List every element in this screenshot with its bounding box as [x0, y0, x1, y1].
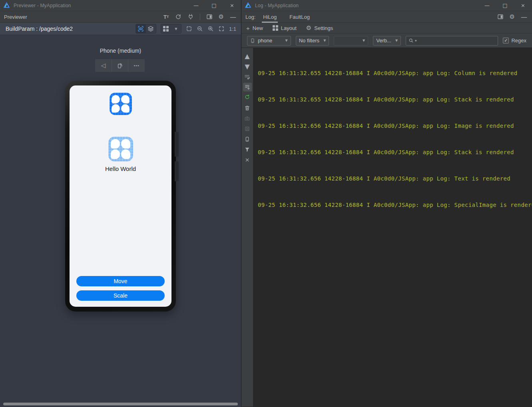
extra-select[interactable]: ▼	[334, 36, 368, 46]
components-dropdown-button[interactable]: ▼	[171, 24, 181, 33]
previewer-label: Previewer	[4, 14, 27, 20]
log-line: 09-25 16:31:32.656 14228-16884 I A0c0d0/…	[258, 201, 532, 209]
log-line: 09-25 16:31:32.655 14228-16884 I A0c0d0/…	[258, 95, 532, 104]
filter-select[interactable]: No filters ▼	[296, 36, 329, 46]
phone-power-button	[175, 161, 179, 181]
search-box[interactable]: ▼	[406, 36, 498, 46]
panel-layout-icon[interactable]	[497, 14, 504, 20]
log-window: Log - MyApplication — □ × Log: HiLog Fau…	[241, 0, 532, 407]
hello-world-text: Hello World	[70, 165, 171, 172]
plugin-icon[interactable]	[187, 14, 194, 20]
log-level-select[interactable]: Verb... ▼	[373, 36, 401, 46]
zoom-ratio-button[interactable]: 1:1	[229, 26, 236, 32]
layout-button[interactable]: Layout	[273, 25, 297, 31]
soft-wrap-button[interactable]	[242, 71, 253, 82]
close-panel-button[interactable]: ×	[242, 155, 253, 165]
screenshot-button[interactable]	[242, 113, 253, 123]
settings-gear-icon: ⚙	[306, 24, 311, 32]
gear-icon[interactable]: ⚙	[510, 13, 515, 20]
log-titlebar: Log - MyApplication — □ ×	[241, 0, 532, 11]
window-title: Log - MyApplication	[255, 3, 299, 8]
layout-grid-icon	[273, 25, 278, 31]
phone-screen: Hello World Move Scale	[70, 85, 171, 307]
components-grid-button[interactable]	[161, 24, 171, 33]
move-button[interactable]: Move	[76, 276, 165, 286]
selection-frame-icon[interactable]	[186, 26, 192, 32]
phone-device-icon	[250, 38, 255, 44]
log-line: 09-25 16:31:32.656 14228-16884 I A0c0d0/…	[258, 121, 532, 130]
scroll-down-button[interactable]: ▼	[242, 61, 253, 71]
gear-icon[interactable]: ⚙	[219, 13, 224, 20]
refresh-icon[interactable]	[175, 14, 181, 20]
close-button[interactable]: ×	[514, 0, 532, 11]
phone-volume-button	[175, 132, 179, 157]
search-input[interactable]	[418, 38, 496, 44]
hide-panel-icon[interactable]: —	[521, 13, 527, 21]
layers-button[interactable]	[146, 24, 156, 33]
maximize-button[interactable]: □	[496, 0, 514, 11]
rotate-device-button[interactable]	[112, 59, 128, 72]
clear-log-button[interactable]	[242, 103, 253, 113]
device-view-button[interactable]	[242, 134, 253, 144]
hide-panel-icon[interactable]: —	[230, 13, 236, 21]
log-output[interactable]: 09-25 16:31:32.655 14228-16884 I A0c0d0/…	[253, 48, 532, 407]
previewer-window: Previewer - MyApplication — □ × Previewe…	[0, 0, 241, 407]
app-icon	[110, 93, 132, 115]
log-line: 09-25 16:31:32.656 14228-16884 I A0c0d0/…	[258, 148, 532, 157]
horizontal-scrollbar[interactable]	[3, 403, 238, 405]
search-options-caret-icon: ▼	[415, 39, 417, 42]
close-button[interactable]: ×	[223, 0, 241, 11]
buildparam-bar: BuildParam : /pages/code2 ▼	[0, 23, 241, 35]
zoom-out-icon[interactable]	[197, 26, 203, 32]
preview-mode-group	[135, 24, 156, 34]
previewer-titlebar: Previewer - MyApplication — □ ×	[0, 0, 241, 11]
preview-nav-bar: ◁ •••	[95, 59, 145, 72]
deveco-logo-icon	[245, 2, 251, 9]
buildparam-text: BuildParam : /pages/code2	[6, 26, 73, 32]
app-icon-light	[108, 137, 133, 161]
scroll-to-end-button[interactable]	[242, 82, 253, 92]
deveco-logo-icon	[3, 2, 10, 9]
plus-icon: +	[246, 25, 250, 32]
toolbar-separator	[200, 14, 200, 20]
panel-layout-icon[interactable]	[206, 14, 213, 20]
log-tab-bar: Log: HiLog FaultLog ⚙ —	[241, 11, 532, 23]
log-prefix-label: Log:	[245, 14, 255, 20]
log-toolbar: + New Layout ⚙ Settings	[241, 23, 532, 34]
log-filter-bar: phone ▼ No filters ▼ ▼ Verb... ▼ ▼ ✓ Reg…	[241, 34, 532, 48]
log-line: 09-25 16:31:32.656 14228-16884 I A0c0d0/…	[258, 174, 532, 183]
scroll-up-button[interactable]: ▲	[242, 51, 253, 61]
log-line: 09-25 16:31:32.655 14228-16884 I A0c0d0/…	[258, 69, 532, 77]
maximize-button[interactable]: □	[205, 0, 223, 11]
previewer-toolbar: Previewer TT ⚙ —	[0, 11, 241, 23]
new-button[interactable]: + New	[246, 25, 263, 32]
scale-button[interactable]: Scale	[76, 290, 165, 301]
restart-button[interactable]	[242, 92, 253, 103]
grid-icon	[163, 26, 169, 32]
back-button[interactable]: ◁	[95, 59, 112, 72]
component-grid-group: ▼	[161, 24, 181, 34]
tab-faultlog[interactable]: FaultLog	[288, 11, 311, 23]
tab-hilog[interactable]: HiLog	[262, 11, 278, 23]
window-title: Previewer - MyApplication	[14, 3, 71, 8]
log-content: ▲ ▼	[241, 48, 532, 407]
minimize-button[interactable]: —	[187, 0, 205, 11]
filter-button[interactable]	[242, 144, 253, 155]
inspect-mode-button[interactable]	[136, 24, 146, 33]
regex-checkbox[interactable]: ✓	[503, 38, 509, 44]
device-label: Phone (medium)	[0, 48, 241, 54]
more-options-button[interactable]: •••	[128, 59, 145, 72]
preview-canvas: Phone (medium) ◁ ••• Hello World Move Sc…	[0, 35, 241, 407]
zoom-in-icon[interactable]	[207, 26, 214, 32]
fit-to-screen-icon[interactable]	[218, 26, 225, 32]
save-log-button[interactable]	[242, 123, 253, 134]
regex-toggle[interactable]: ✓ Regex	[503, 38, 526, 44]
settings-button[interactable]: ⚙ Settings	[306, 24, 333, 32]
regex-label: Regex	[511, 38, 526, 44]
minimize-button[interactable]: —	[478, 0, 496, 11]
text-size-icon[interactable]: TT	[163, 14, 169, 20]
phone-mockup: Hello World Move Scale	[65, 81, 176, 312]
log-side-toolbar: ▲ ▼	[241, 48, 253, 407]
device-select[interactable]: phone ▼	[247, 36, 291, 46]
search-icon	[408, 38, 414, 44]
